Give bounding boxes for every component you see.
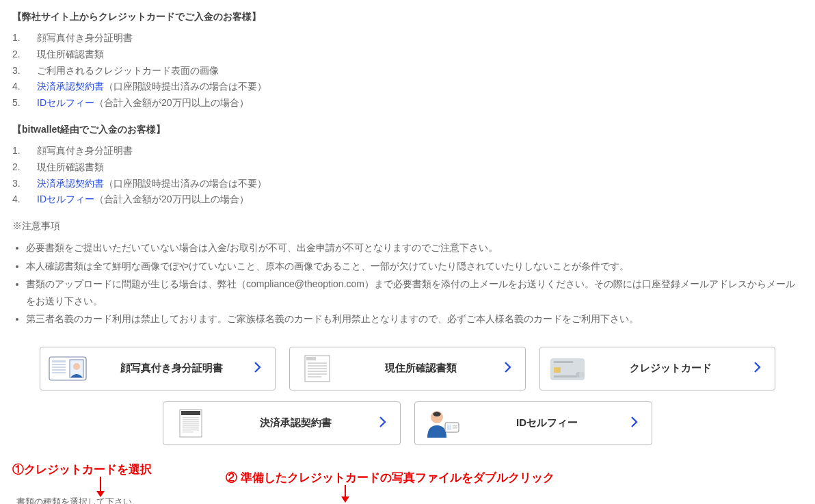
list-num: 1. — [12, 30, 37, 47]
card-label: 決済承認契約書 — [221, 416, 370, 429]
list-num: 1. — [12, 143, 37, 159]
card-payment-agreement[interactable]: 決済承認契約書 — [163, 401, 401, 445]
svg-rect-26 — [183, 421, 199, 423]
list-text: 現住所確認書類 — [37, 47, 104, 63]
credit-card-icon — [547, 354, 588, 384]
svg-rect-27 — [183, 423, 199, 425]
list-num: 4. — [12, 191, 37, 208]
svg-rect-35 — [453, 425, 457, 427]
svg-rect-30 — [183, 429, 199, 431]
svg-rect-28 — [183, 425, 199, 427]
annotation-1: ①クレジットカードを選択 — [12, 462, 152, 477]
svg-rect-12 — [308, 368, 327, 369]
note-item: 書類のアップロードに問題が生じる場合は、弊社（compliance@theopt… — [26, 276, 803, 309]
list-text: 顔写真付き身分証明書 — [37, 143, 133, 159]
section-b-list: 1.顔写真付き身分証明書 2.現住所確認書類 3.決済承認契約書（口座開設時提出… — [12, 143, 803, 208]
list-text: 顔写真付き身分証明書 — [37, 30, 133, 47]
svg-rect-18 — [554, 367, 561, 373]
svg-rect-25 — [183, 419, 199, 421]
svg-rect-4 — [52, 369, 66, 371]
arrow-down-icon — [100, 477, 101, 492]
chevron-right-icon — [379, 416, 389, 429]
svg-point-7 — [73, 363, 80, 370]
svg-rect-13 — [308, 371, 327, 372]
list-num: 2. — [12, 159, 37, 176]
card-label: 顔写真付き身分証明書 — [98, 362, 245, 375]
list-num: 5. — [12, 95, 37, 111]
list-text: 現住所確認書類 — [37, 159, 104, 176]
note-item: 必要書類をご提出いただいていない場合は入金/お取引が不可、出金申請が不可となりま… — [26, 239, 803, 256]
link-payment-agreement[interactable]: 決済承認契約書 — [37, 178, 104, 189]
chevron-right-icon — [631, 416, 641, 429]
link-id-selfie[interactable]: IDセルフィー — [37, 194, 94, 204]
chevron-right-icon — [754, 362, 764, 375]
notes-list: 必要書類をご提出いただいていない場合は入金/お取引が不可、出金申請が不可となりま… — [12, 239, 803, 328]
chevron-right-icon — [254, 362, 264, 375]
card-address-doc[interactable]: 現住所確認書類 — [289, 347, 525, 390]
note-item: 第三者名義のカード利用は禁止しております。ご家族様名義のカードも利用禁止となりま… — [26, 310, 803, 328]
svg-rect-19 — [554, 375, 577, 377]
svg-point-21 — [579, 372, 585, 377]
svg-rect-23 — [181, 411, 200, 415]
section-a-heading: 【弊社サイト上からクレジットカードでご入金のお客様】 — [12, 11, 803, 23]
card-label: クレジットカード — [598, 362, 745, 375]
list-suffix: （口座開設時提出済みの場合は不要） — [104, 178, 267, 189]
card-label: IDセルフィー — [472, 416, 622, 429]
svg-rect-11 — [308, 365, 327, 367]
card-row-1: 顔写真付き身分証明書 現住所確認書類 クレジットカード — [12, 347, 803, 390]
card-id-selfie[interactable]: IDセルフィー — [414, 401, 652, 445]
link-id-selfie[interactable]: IDセルフィー — [37, 97, 94, 108]
svg-rect-5 — [52, 372, 66, 373]
card-credit-card[interactable]: クレジットカード — [539, 347, 775, 390]
svg-rect-10 — [308, 362, 327, 364]
list-num: 4. — [12, 79, 37, 95]
id-card-icon — [47, 354, 88, 384]
list-num: 3. — [12, 63, 37, 79]
list-num: 2. — [12, 47, 37, 63]
list-num: 3. — [12, 176, 37, 192]
list-suffix: （口座開設時提出済みの場合は不要） — [104, 81, 267, 92]
section-a-list: 1.顔写真付き身分証明書 2.現住所確認書類 3.ご利用されるクレジットカード表… — [12, 30, 803, 111]
svg-rect-3 — [52, 367, 66, 368]
document-type-label: 書類の種類を選択して下さい。 — [16, 496, 176, 504]
note-item: 本人確認書類は全て鮮明な画像でぼやけていないこと、原本の画像であること、一部が欠… — [26, 258, 803, 275]
svg-rect-17 — [554, 361, 573, 363]
list-text: ご利用されるクレジットカード表面の画像 — [37, 63, 219, 79]
link-payment-agreement[interactable]: 決済承認契約書 — [37, 81, 104, 92]
notes-heading: ※注意事項 — [12, 220, 803, 233]
svg-rect-34 — [447, 425, 451, 430]
svg-rect-31 — [183, 432, 193, 433]
svg-rect-9 — [306, 357, 316, 360]
svg-rect-14 — [308, 373, 327, 375]
svg-rect-24 — [183, 417, 199, 419]
chevron-right-icon — [505, 362, 514, 375]
svg-rect-2 — [52, 364, 66, 365]
svg-rect-36 — [453, 427, 457, 429]
upload-form-area: 書類の種類を選択して下さい。 顔写真付き身分証明書 ファイルを選択 — [12, 496, 803, 504]
contract-doc-icon — [170, 408, 211, 438]
list-suffix: （合計入金額が20万円以上の場合） — [94, 194, 249, 204]
list-suffix: （合計入金額が20万円以上の場合） — [94, 97, 249, 108]
card-photo-id[interactable]: 顔写真付き身分証明書 — [40, 347, 276, 390]
address-doc-icon — [297, 354, 338, 384]
section-b-heading: 【bitwallet経由でご入金のお客様】 — [12, 124, 803, 136]
card-label: 現住所確認書類 — [347, 362, 494, 375]
svg-rect-15 — [308, 376, 321, 377]
svg-rect-29 — [183, 427, 199, 429]
selfie-icon — [422, 408, 463, 438]
card-row-2: 決済承認契約書 IDセルフィー — [12, 401, 803, 445]
svg-rect-1 — [52, 360, 66, 362]
annotation-2: ② 準備したクレジットカードの写真ファイルをダブルクリック — [226, 470, 555, 486]
